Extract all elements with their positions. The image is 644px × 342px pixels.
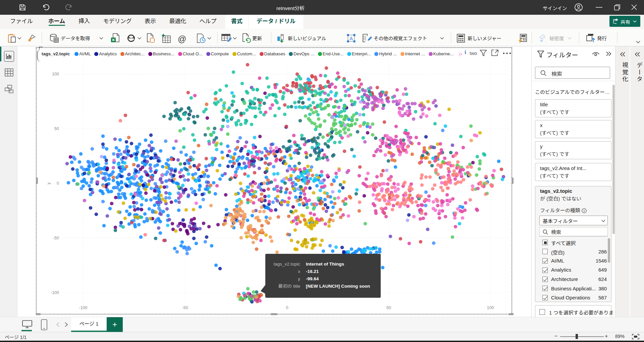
svg-text:0: 0	[57, 181, 59, 186]
svg-text:50: 50	[386, 305, 391, 310]
svg-text:-100: -100	[51, 290, 59, 295]
svg-text:-50: -50	[53, 236, 59, 240]
svg-text:A: A	[350, 36, 353, 41]
svg-text:100: 100	[52, 72, 59, 76]
svg-text:-50: -50	[182, 305, 188, 310]
svg-text:0: 0	[286, 305, 288, 310]
svg-text:50: 50	[54, 126, 59, 131]
svg-text:y: y	[46, 182, 51, 184]
svg-text:100: 100	[487, 305, 494, 310]
svg-text:-100: -100	[79, 305, 87, 310]
